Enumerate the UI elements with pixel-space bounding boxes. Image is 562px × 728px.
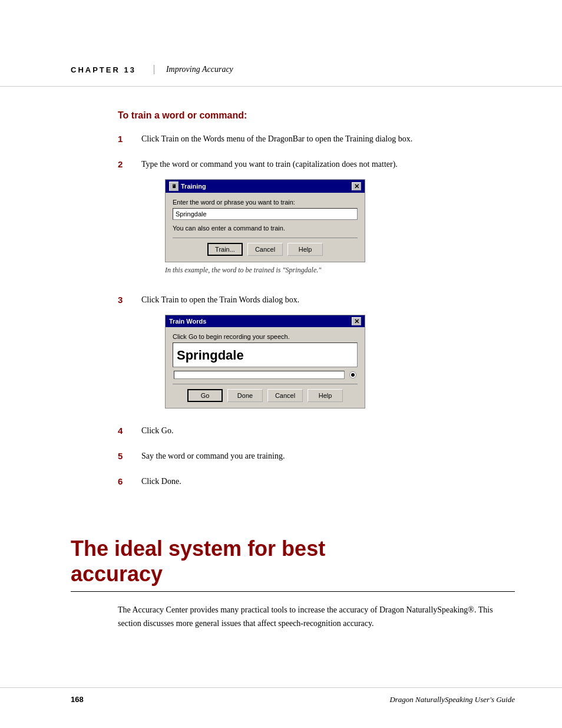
big-section-content: The Accuracy Center provides many practi… <box>0 604 562 654</box>
steps-list: 1 Click Train on the Words menu of the D… <box>118 133 515 487</box>
dialog-training-title: Training <box>181 183 206 190</box>
step-text-5: Say the word or command you are training… <box>141 450 285 462</box>
step-text-1: Click Train on the Words menu of the Dra… <box>141 133 412 145</box>
dialog-trainwords-body: Click Go to begin recording your speech.… <box>166 327 365 408</box>
big-section-wrapper: The ideal system for best accuracy <box>0 524 562 592</box>
dialog-divider <box>173 238 358 238</box>
list-item: 1 Click Train on the Words menu of the D… <box>118 133 515 145</box>
dialog-training-label: Enter the word or phrase you want to tra… <box>173 199 358 206</box>
step-text-4: Click Go. <box>141 424 173 437</box>
big-title-line1: The ideal system for best <box>71 536 325 561</box>
training-cancel-button[interactable]: Cancel <box>247 243 283 256</box>
dialog-training-buttons: Train... Cancel Help <box>173 243 358 256</box>
list-item: 6 Click Done. <box>118 475 515 487</box>
dialog-trainwords-close-button[interactable]: ✕ <box>352 317 361 325</box>
dialog-trainwords-titlebar: Train Words ✕ <box>166 315 365 327</box>
step-number-6: 6 <box>118 476 135 486</box>
step-text-2: Type the word or command you want to tra… <box>141 160 398 169</box>
dialog-training-input[interactable] <box>173 208 358 220</box>
progress-bar <box>174 371 345 379</box>
radio-inner <box>351 373 355 377</box>
dialog-training: 🖥 Training ✕ Enter the word or phrase yo… <box>165 179 365 262</box>
list-item: 3 Click Train to open the Train Words di… <box>118 294 515 411</box>
dialog-training-note: You can also enter a command to train. <box>173 225 358 232</box>
dialog-training-body: Enter the word or phrase you want to tra… <box>166 193 365 262</box>
trainwords-go-button[interactable]: Go <box>187 389 223 402</box>
page-header: CHAPTER 13 Improving Accuracy <box>0 0 562 87</box>
body-text: The Accuracy Center provides many practi… <box>118 604 515 630</box>
step-number-3: 3 <box>118 295 135 305</box>
trainwords-done-button[interactable]: Done <box>227 389 263 402</box>
dialog-trainwords-progress-row <box>173 371 358 379</box>
page-footer: 168 Dragon NaturallySpeaking User's Guid… <box>0 687 562 704</box>
list-item: 4 Click Go. <box>118 424 515 437</box>
step-number-4: 4 <box>118 426 135 436</box>
dialog-caption: In this example, the word to be trained … <box>165 266 398 275</box>
radio-button[interactable] <box>349 371 356 378</box>
dialog-training-titlebar: 🖥 Training ✕ <box>166 180 365 193</box>
trainwords-help-button[interactable]: Help <box>308 389 343 402</box>
training-help-button[interactable]: Help <box>287 243 323 256</box>
step-text-6: Click Done. <box>141 475 181 487</box>
step-number-5: 5 <box>118 451 135 461</box>
dialog-trainwords-container: Train Words ✕ Click Go to begin recordin… <box>165 315 365 409</box>
dialog-trainwords-instruction: Click Go to begin recording your speech. <box>173 333 358 340</box>
big-section-title: The ideal system for best accuracy <box>71 536 515 587</box>
dialog-training-icon: 🖥 <box>169 182 178 191</box>
dialog-close-button[interactable]: ✕ <box>352 182 361 190</box>
dialog-trainwords-buttons: Go Done Cancel Help <box>173 389 358 402</box>
chapter-subtitle: Improving Accuracy <box>154 65 233 74</box>
dialog-trainwords-divider <box>173 384 358 384</box>
book-title: Dragon NaturallySpeaking User's Guide <box>389 695 515 704</box>
step-number-2: 2 <box>118 159 135 169</box>
section-heading: To train a word or command: <box>118 110 515 121</box>
list-item: 2 Type the word or command you want to t… <box>118 158 515 281</box>
main-content: To train a word or command: 1 Click Trai… <box>0 87 562 524</box>
step-number-1: 1 <box>118 134 135 144</box>
dialog-training-container: 🖥 Training ✕ Enter the word or phrase yo… <box>165 179 398 262</box>
list-item: 5 Say the word or command you are traini… <box>118 450 515 462</box>
chapter-label: CHAPTER 13 <box>71 65 136 74</box>
dialog-trainwords-title: Train Words <box>169 318 206 325</box>
trainwords-cancel-button[interactable]: Cancel <box>267 389 303 402</box>
page: CHAPTER 13 Improving Accuracy To train a… <box>0 0 562 728</box>
section-divider <box>71 591 515 592</box>
step-text-3: Click Train to open the Train Words dial… <box>141 295 299 304</box>
dialog-trainwords-word: Springdale <box>173 342 358 367</box>
dialog-trainwords: Train Words ✕ Click Go to begin recordin… <box>165 315 365 409</box>
big-title-line2: accuracy <box>71 562 163 586</box>
page-number: 168 <box>71 695 84 704</box>
training-train-button[interactable]: Train... <box>207 243 243 256</box>
